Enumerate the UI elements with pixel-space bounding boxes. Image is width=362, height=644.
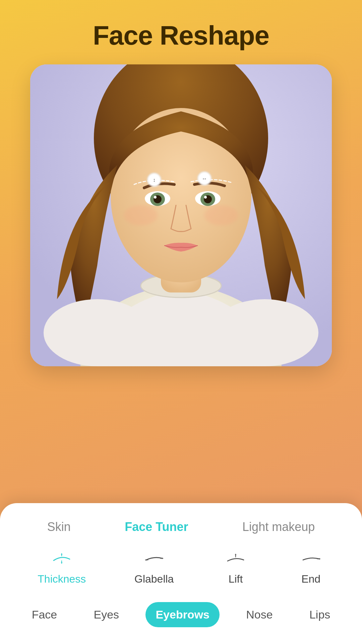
tab-skin[interactable]: Skin: [41, 517, 77, 537]
lift-icon: [222, 551, 249, 568]
category-row: Face Eyes Eyebrows Nose Lips: [0, 602, 362, 627]
control-lift[interactable]: Lift: [222, 551, 249, 585]
svg-point-15: [204, 196, 207, 199]
control-end[interactable]: End: [298, 551, 324, 585]
svg-marker-29: [145, 559, 146, 561]
svg-point-6: [44, 299, 151, 366]
category-eyes[interactable]: Eyes: [84, 602, 129, 627]
svg-text:↕: ↕: [153, 177, 156, 183]
thickness-icon: [48, 551, 75, 568]
control-glabella-label: Glabella: [134, 573, 174, 585]
control-thickness[interactable]: Thickness: [38, 551, 86, 585]
category-face[interactable]: Face: [22, 602, 67, 627]
svg-marker-27: [162, 557, 164, 559]
photo-card: ↕ ↔: [30, 64, 332, 366]
svg-marker-25: [61, 562, 63, 564]
svg-text:↔: ↔: [202, 176, 207, 181]
tab-face-tuner[interactable]: Face Tuner: [118, 517, 195, 537]
end-icon: [298, 551, 324, 568]
svg-point-17: [204, 205, 238, 225]
svg-marker-31: [235, 553, 237, 555]
control-thickness-label: Thickness: [38, 573, 86, 585]
svg-point-16: [124, 205, 158, 225]
tab-row: Skin Face Tuner Light makeup: [0, 517, 362, 537]
svg-point-11: [154, 196, 157, 199]
category-eyebrows[interactable]: Eyebrows: [145, 602, 220, 627]
category-nose[interactable]: Nose: [236, 602, 283, 627]
control-end-label: End: [301, 573, 320, 585]
control-glabella[interactable]: Glabella: [134, 551, 174, 585]
control-lift-label: Lift: [229, 573, 243, 585]
svg-marker-23: [61, 553, 63, 555]
controls-row: Thickness Glabella: [0, 551, 362, 585]
glabella-icon: [141, 551, 168, 568]
svg-point-7: [211, 299, 318, 366]
bottom-panel: Skin Face Tuner Light makeup Thickness: [0, 503, 362, 644]
svg-marker-33: [319, 558, 321, 560]
tab-light-makeup[interactable]: Light makeup: [236, 517, 321, 537]
face-image: ↕ ↔: [30, 64, 332, 366]
page-title: Face Reshape: [93, 20, 269, 51]
category-lips[interactable]: Lips: [299, 602, 340, 627]
